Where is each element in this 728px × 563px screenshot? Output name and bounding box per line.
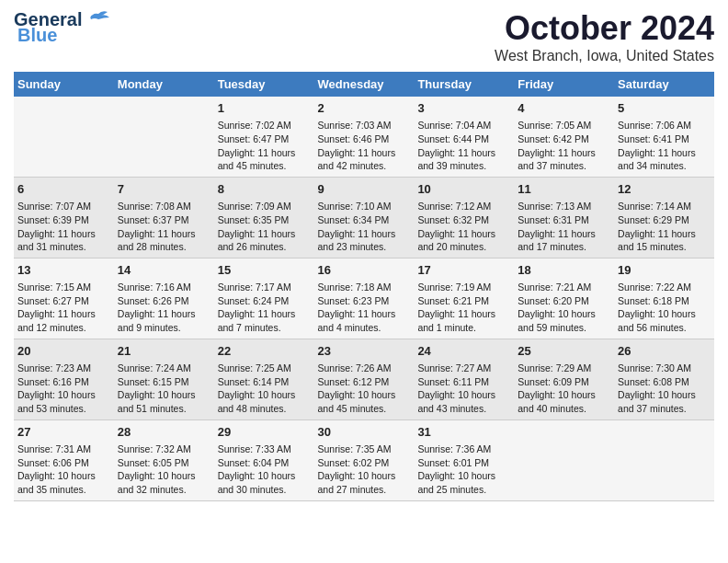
day-info: Sunrise: 7:32 AM Sunset: 6:05 PM Dayligh… xyxy=(118,442,210,497)
calendar-cell: 26Sunrise: 7:30 AM Sunset: 6:08 PM Dayli… xyxy=(614,339,714,419)
day-number: 18 xyxy=(518,262,610,279)
calendar-cell: 27Sunrise: 7:31 AM Sunset: 6:06 PM Dayli… xyxy=(14,419,114,500)
day-info: Sunrise: 7:02 AM Sunset: 6:47 PM Dayligh… xyxy=(218,119,311,173)
day-number: 19 xyxy=(618,262,711,279)
calendar-cell: 2Sunrise: 7:03 AM Sunset: 6:46 PM Daylig… xyxy=(314,97,415,177)
day-info: Sunrise: 7:16 AM Sunset: 6:26 PM Dayligh… xyxy=(118,281,210,335)
calendar-table: SundayMondayTuesdayWednesdayThursdayFrid… xyxy=(14,72,714,501)
calendar-cell: 5Sunrise: 7:06 AM Sunset: 6:41 PM Daylig… xyxy=(614,97,714,177)
day-info: Sunrise: 7:15 AM Sunset: 6:27 PM Dayligh… xyxy=(17,281,110,335)
day-number: 1 xyxy=(218,100,311,117)
day-number: 30 xyxy=(318,424,411,441)
day-number: 3 xyxy=(417,100,510,117)
day-number: 12 xyxy=(618,181,711,198)
day-number: 14 xyxy=(118,262,210,279)
calendar-cell: 4Sunrise: 7:05 AM Sunset: 6:42 PM Daylig… xyxy=(514,97,614,177)
day-info: Sunrise: 7:14 AM Sunset: 6:29 PM Dayligh… xyxy=(618,200,711,254)
calendar-header-wednesday: Wednesday xyxy=(314,72,415,97)
calendar-cell: 3Sunrise: 7:04 AM Sunset: 6:44 PM Daylig… xyxy=(414,97,514,177)
day-info: Sunrise: 7:23 AM Sunset: 6:16 PM Dayligh… xyxy=(17,362,110,416)
calendar-cell: 23Sunrise: 7:26 AM Sunset: 6:12 PM Dayli… xyxy=(314,339,415,419)
calendar-cell: 31Sunrise: 7:36 AM Sunset: 6:01 PM Dayli… xyxy=(414,419,514,500)
day-info: Sunrise: 7:09 AM Sunset: 6:35 PM Dayligh… xyxy=(218,200,311,254)
day-info: Sunrise: 7:22 AM Sunset: 6:18 PM Dayligh… xyxy=(618,281,711,335)
day-info: Sunrise: 7:08 AM Sunset: 6:37 PM Dayligh… xyxy=(118,200,210,254)
page-subtitle: West Branch, Iowa, United States xyxy=(495,48,714,64)
day-info: Sunrise: 7:13 AM Sunset: 6:31 PM Dayligh… xyxy=(518,200,610,254)
calendar-cell: 13Sunrise: 7:15 AM Sunset: 6:27 PM Dayli… xyxy=(14,258,114,339)
calendar-cell: 22Sunrise: 7:25 AM Sunset: 6:14 PM Dayli… xyxy=(214,339,314,419)
day-number: 9 xyxy=(318,181,411,198)
calendar-cell xyxy=(514,419,614,500)
day-number: 25 xyxy=(518,343,610,360)
day-number: 15 xyxy=(218,262,311,279)
calendar-cell: 17Sunrise: 7:19 AM Sunset: 6:21 PM Dayli… xyxy=(414,258,514,339)
calendar-cell: 28Sunrise: 7:32 AM Sunset: 6:05 PM Dayli… xyxy=(114,419,214,500)
day-number: 22 xyxy=(218,343,311,360)
day-number: 6 xyxy=(17,181,110,198)
day-number: 31 xyxy=(417,424,510,441)
day-number: 21 xyxy=(118,343,210,360)
calendar-week-row: 6Sunrise: 7:07 AM Sunset: 6:39 PM Daylig… xyxy=(14,177,714,258)
day-info: Sunrise: 7:31 AM Sunset: 6:06 PM Dayligh… xyxy=(17,442,110,497)
logo-blue-text: Blue xyxy=(17,25,57,46)
day-number: 29 xyxy=(218,424,311,441)
day-number: 24 xyxy=(417,343,510,360)
day-number: 8 xyxy=(218,181,311,198)
day-number: 26 xyxy=(618,343,711,360)
calendar-header-friday: Friday xyxy=(514,72,614,97)
calendar-cell: 6Sunrise: 7:07 AM Sunset: 6:39 PM Daylig… xyxy=(14,177,114,258)
day-info: Sunrise: 7:29 AM Sunset: 6:09 PM Dayligh… xyxy=(518,362,610,416)
day-number: 2 xyxy=(318,100,411,117)
day-info: Sunrise: 7:25 AM Sunset: 6:14 PM Dayligh… xyxy=(218,362,311,416)
day-info: Sunrise: 7:27 AM Sunset: 6:11 PM Dayligh… xyxy=(417,362,510,416)
day-info: Sunrise: 7:33 AM Sunset: 6:04 PM Dayligh… xyxy=(218,442,311,497)
day-info: Sunrise: 7:03 AM Sunset: 6:46 PM Dayligh… xyxy=(318,119,411,173)
day-info: Sunrise: 7:05 AM Sunset: 6:42 PM Dayligh… xyxy=(518,119,610,173)
calendar-cell: 20Sunrise: 7:23 AM Sunset: 6:16 PM Dayli… xyxy=(14,339,114,419)
day-number: 4 xyxy=(518,100,610,117)
day-info: Sunrise: 7:35 AM Sunset: 6:02 PM Dayligh… xyxy=(318,442,411,497)
day-info: Sunrise: 7:10 AM Sunset: 6:34 PM Dayligh… xyxy=(318,200,411,254)
calendar-cell: 30Sunrise: 7:35 AM Sunset: 6:02 PM Dayli… xyxy=(314,419,415,500)
page-title: October 2024 xyxy=(495,9,714,48)
day-info: Sunrise: 7:04 AM Sunset: 6:44 PM Dayligh… xyxy=(417,119,510,173)
calendar-cell xyxy=(114,97,214,177)
day-info: Sunrise: 7:24 AM Sunset: 6:15 PM Dayligh… xyxy=(118,362,210,416)
calendar-cell xyxy=(14,97,114,177)
calendar-cell: 8Sunrise: 7:09 AM Sunset: 6:35 PM Daylig… xyxy=(214,177,314,258)
title-section: October 2024 West Branch, Iowa, United S… xyxy=(495,9,714,64)
day-number: 13 xyxy=(17,262,110,279)
logo-bird-icon xyxy=(85,10,111,30)
calendar-header-monday: Monday xyxy=(114,72,214,97)
day-number: 16 xyxy=(318,262,411,279)
calendar-cell: 16Sunrise: 7:18 AM Sunset: 6:23 PM Dayli… xyxy=(314,258,415,339)
day-number: 20 xyxy=(17,343,110,360)
calendar-header-tuesday: Tuesday xyxy=(214,72,314,97)
calendar-header-sunday: Sunday xyxy=(14,72,114,97)
logo: General Blue xyxy=(14,9,111,46)
calendar-week-row: 27Sunrise: 7:31 AM Sunset: 6:06 PM Dayli… xyxy=(14,419,714,500)
day-number: 27 xyxy=(17,424,110,441)
calendar-cell: 9Sunrise: 7:10 AM Sunset: 6:34 PM Daylig… xyxy=(314,177,415,258)
calendar-cell: 21Sunrise: 7:24 AM Sunset: 6:15 PM Dayli… xyxy=(114,339,214,419)
calendar-cell: 18Sunrise: 7:21 AM Sunset: 6:20 PM Dayli… xyxy=(514,258,614,339)
calendar-cell: 11Sunrise: 7:13 AM Sunset: 6:31 PM Dayli… xyxy=(514,177,614,258)
day-number: 5 xyxy=(618,100,711,117)
day-info: Sunrise: 7:21 AM Sunset: 6:20 PM Dayligh… xyxy=(518,281,610,335)
calendar-cell: 24Sunrise: 7:27 AM Sunset: 6:11 PM Dayli… xyxy=(414,339,514,419)
calendar-cell: 29Sunrise: 7:33 AM Sunset: 6:04 PM Dayli… xyxy=(214,419,314,500)
calendar-cell: 7Sunrise: 7:08 AM Sunset: 6:37 PM Daylig… xyxy=(114,177,214,258)
day-number: 23 xyxy=(318,343,411,360)
calendar-cell xyxy=(614,419,714,500)
calendar-cell: 10Sunrise: 7:12 AM Sunset: 6:32 PM Dayli… xyxy=(414,177,514,258)
calendar-cell: 1Sunrise: 7:02 AM Sunset: 6:47 PM Daylig… xyxy=(214,97,314,177)
calendar-week-row: 20Sunrise: 7:23 AM Sunset: 6:16 PM Dayli… xyxy=(14,339,714,419)
calendar-cell: 12Sunrise: 7:14 AM Sunset: 6:29 PM Dayli… xyxy=(614,177,714,258)
calendar-week-row: 13Sunrise: 7:15 AM Sunset: 6:27 PM Dayli… xyxy=(14,258,714,339)
day-number: 17 xyxy=(417,262,510,279)
day-info: Sunrise: 7:06 AM Sunset: 6:41 PM Dayligh… xyxy=(618,119,711,173)
day-number: 7 xyxy=(118,181,210,198)
page-header: General Blue October 2024 West Branch, I… xyxy=(14,9,714,64)
calendar-cell: 14Sunrise: 7:16 AM Sunset: 6:26 PM Dayli… xyxy=(114,258,214,339)
